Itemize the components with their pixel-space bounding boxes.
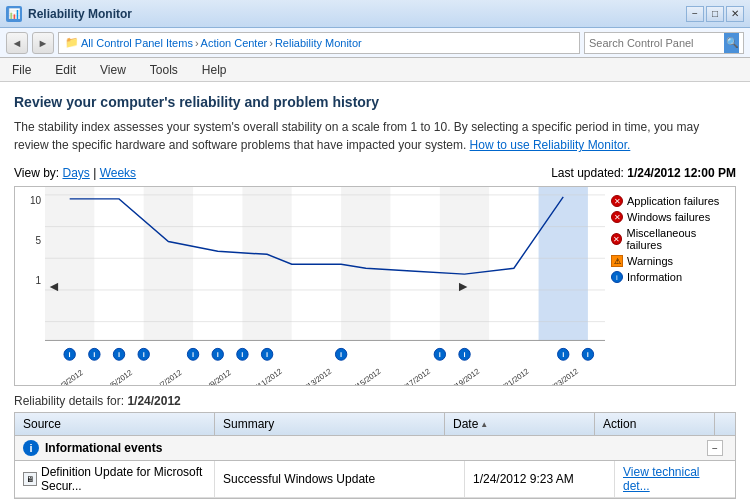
col-source-label: Source bbox=[23, 417, 61, 431]
legend-app-failures: ✕ Application failures bbox=[611, 195, 729, 207]
legend-warnings: ⚠ Warnings bbox=[611, 255, 729, 267]
section-expand-button[interactable]: − bbox=[707, 440, 723, 456]
menu-file[interactable]: File bbox=[8, 61, 35, 79]
svg-text:1/7/2012: 1/7/2012 bbox=[154, 368, 183, 385]
chart-nav-left[interactable]: ◄ bbox=[47, 278, 61, 294]
row-summary-text: Successful Windows Update bbox=[223, 472, 375, 486]
menu-help[interactable]: Help bbox=[198, 61, 231, 79]
col-expand bbox=[715, 413, 735, 435]
svg-text:1/11/2012: 1/11/2012 bbox=[251, 367, 284, 385]
svg-text:i: i bbox=[118, 350, 120, 359]
table-row[interactable]: 🖥 Definition Update for Microsoft Secur.… bbox=[15, 461, 735, 498]
reliability-chart[interactable]: 10 5 1 ◄ ► bbox=[14, 186, 736, 386]
svg-rect-2 bbox=[144, 187, 193, 340]
close-button[interactable]: ✕ bbox=[726, 6, 744, 22]
chart-svg: ✕ ✕ ✕ ✕ i i i i i bbox=[45, 187, 605, 385]
back-button[interactable]: ◄ bbox=[6, 32, 28, 54]
view-controls: View by: Days | Weeks Last updated: 1/24… bbox=[14, 166, 736, 180]
row-date: 1/24/2012 9:23 AM bbox=[465, 461, 615, 497]
svg-text:i: i bbox=[241, 350, 243, 359]
svg-text:1/19/2012: 1/19/2012 bbox=[448, 367, 481, 385]
window-icon: 📊 bbox=[6, 6, 22, 22]
search-box[interactable]: 🔍 bbox=[584, 32, 744, 54]
table-header: Source Summary Date ▲ Action bbox=[15, 413, 735, 436]
svg-text:1/23/2012: 1/23/2012 bbox=[547, 367, 580, 385]
svg-text:1/13/2012: 1/13/2012 bbox=[300, 367, 333, 385]
svg-text:1/9/2012: 1/9/2012 bbox=[203, 368, 232, 385]
warnings-icon: ⚠ bbox=[611, 255, 623, 267]
chart-legend: ✕ Application failures ✕ Windows failure… bbox=[605, 187, 735, 385]
path-folder-icon: 📁 bbox=[65, 36, 79, 49]
reliability-header-label: Reliability details for: bbox=[14, 394, 127, 408]
y-axis-10: 10 bbox=[30, 195, 41, 206]
svg-rect-3 bbox=[193, 187, 242, 340]
address-path[interactable]: 📁 All Control Panel Items › Action Cente… bbox=[58, 32, 580, 54]
view-days-link[interactable]: Days bbox=[62, 166, 89, 180]
path-item-1[interactable]: All Control Panel Items bbox=[81, 37, 193, 49]
chart-main[interactable]: ◄ ► bbox=[45, 187, 605, 385]
svg-rect-9 bbox=[489, 187, 538, 340]
address-bar: ◄ ► 📁 All Control Panel Items › Action C… bbox=[0, 28, 750, 58]
col-date[interactable]: Date ▲ bbox=[445, 413, 595, 435]
misc-failures-icon: ✕ bbox=[611, 233, 622, 245]
chart-y-axis: 10 5 1 bbox=[15, 187, 45, 385]
col-source[interactable]: Source bbox=[15, 413, 215, 435]
path-item-3[interactable]: Reliability Monitor bbox=[275, 37, 362, 49]
svg-text:i: i bbox=[93, 350, 95, 359]
legend-windows-failures: ✕ Windows failures bbox=[611, 211, 729, 223]
reliability-monitor-help-link[interactable]: How to use Reliability Monitor. bbox=[470, 138, 631, 152]
legend-information-label: Information bbox=[627, 271, 682, 283]
sort-arrow-icon: ▲ bbox=[480, 420, 488, 429]
reliability-table: Source Summary Date ▲ Action i Informati… bbox=[14, 412, 736, 499]
menu-edit[interactable]: Edit bbox=[51, 61, 80, 79]
svg-rect-8 bbox=[440, 187, 489, 340]
title-bar: 📊 Reliability Monitor − □ ✕ bbox=[0, 0, 750, 28]
legend-windows-failures-label: Windows failures bbox=[627, 211, 710, 223]
svg-text:i: i bbox=[587, 350, 589, 359]
row-summary: Successful Windows Update bbox=[215, 461, 465, 497]
legend-warnings-label: Warnings bbox=[627, 255, 673, 267]
svg-text:1/3/2012: 1/3/2012 bbox=[55, 368, 84, 385]
main-content: Review your computer's reliability and p… bbox=[0, 82, 750, 503]
svg-text:i: i bbox=[192, 350, 194, 359]
windows-failures-icon: ✕ bbox=[611, 211, 623, 223]
view-weeks-link[interactable]: Weeks bbox=[100, 166, 136, 180]
svg-rect-6 bbox=[341, 187, 390, 340]
search-input[interactable] bbox=[589, 37, 724, 49]
y-axis-5: 5 bbox=[35, 235, 41, 246]
row-action[interactable]: View technical det... bbox=[615, 461, 735, 497]
row-action-link[interactable]: View technical det... bbox=[623, 465, 727, 493]
svg-text:i: i bbox=[439, 350, 441, 359]
app-failures-icon: ✕ bbox=[611, 195, 623, 207]
window-controls: − □ ✕ bbox=[686, 6, 744, 22]
description-text-2: software problems that have impacted you… bbox=[192, 138, 466, 152]
svg-text:i: i bbox=[463, 350, 465, 359]
page-title: Review your computer's reliability and p… bbox=[14, 94, 736, 110]
svg-text:1/21/2012: 1/21/2012 bbox=[498, 367, 531, 385]
svg-text:i: i bbox=[143, 350, 145, 359]
description: The stability index assesses your system… bbox=[14, 118, 736, 154]
search-button[interactable]: 🔍 bbox=[724, 33, 739, 53]
col-date-label: Date bbox=[453, 417, 478, 431]
window-title: Reliability Monitor bbox=[28, 7, 132, 21]
svg-text:1/15/2012: 1/15/2012 bbox=[350, 367, 383, 385]
svg-text:i: i bbox=[217, 350, 219, 359]
chart-nav-right[interactable]: ► bbox=[456, 278, 470, 294]
svg-text:i: i bbox=[340, 350, 342, 359]
path-item-2[interactable]: Action Center bbox=[201, 37, 268, 49]
legend-misc-failures-label: Miscellaneous failures bbox=[626, 227, 729, 251]
row-source-icon: 🖥 bbox=[23, 472, 37, 486]
svg-text:i: i bbox=[562, 350, 564, 359]
col-summary[interactable]: Summary bbox=[215, 413, 445, 435]
svg-text:1/5/2012: 1/5/2012 bbox=[105, 368, 134, 385]
col-action[interactable]: Action bbox=[595, 413, 715, 435]
forward-button[interactable]: ► bbox=[32, 32, 54, 54]
reliability-header: Reliability details for: 1/24/2012 bbox=[14, 394, 736, 408]
svg-text:i: i bbox=[266, 350, 268, 359]
svg-text:1/17/2012: 1/17/2012 bbox=[399, 367, 432, 385]
maximize-button[interactable]: □ bbox=[706, 6, 724, 22]
minimize-button[interactable]: − bbox=[686, 6, 704, 22]
menu-view[interactable]: View bbox=[96, 61, 130, 79]
menu-tools[interactable]: Tools bbox=[146, 61, 182, 79]
row-source: 🖥 Definition Update for Microsoft Secur.… bbox=[15, 461, 215, 497]
